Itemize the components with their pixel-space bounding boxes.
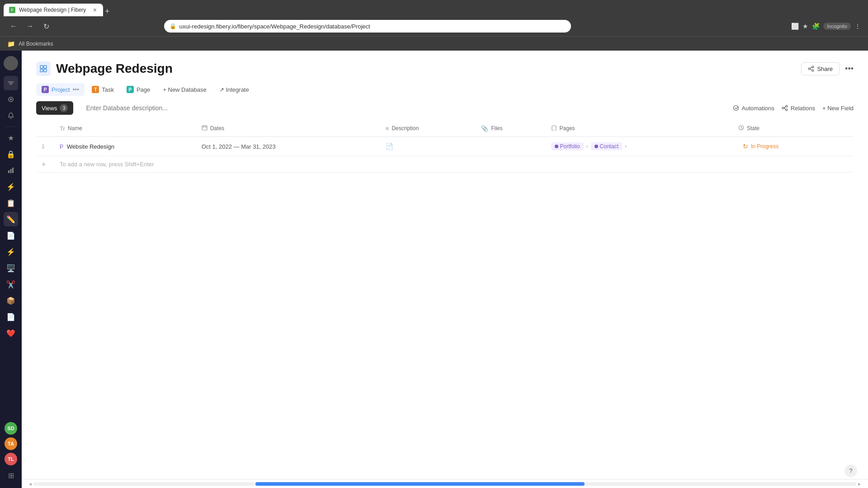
tab-close-button[interactable]: × xyxy=(92,5,98,14)
sidebar-item-chart[interactable] xyxy=(4,163,18,178)
menu-icon[interactable]: ⋮ xyxy=(854,23,861,30)
sidebar-item-doc[interactable]: 📄 xyxy=(4,310,18,324)
svg-point-17 xyxy=(786,109,788,111)
row-state-cell[interactable]: ↻ In Progress xyxy=(733,137,854,156)
sidebar-item-box[interactable]: 📦 xyxy=(4,293,18,308)
scroll-left-arrow[interactable]: ◂ xyxy=(29,481,32,487)
sidebar-item-scissors[interactable]: ✂️ xyxy=(4,277,18,291)
row-num-value: 1 xyxy=(42,143,45,150)
contact-chevron: › xyxy=(625,143,627,150)
sidebar-item-home[interactable] xyxy=(4,92,18,107)
portfolio-tag[interactable]: Portfolio xyxy=(551,142,584,150)
description-file-icon: 📄 xyxy=(386,143,393,150)
col-header-description[interactable]: ≡ Description xyxy=(380,120,476,137)
svg-rect-5 xyxy=(40,66,43,68)
bookmarks-label[interactable]: All Bookmarks xyxy=(19,41,53,47)
desc-col-icon: ≡ xyxy=(386,125,389,132)
state-col-label: State xyxy=(747,125,760,131)
name-col-label: Name xyxy=(68,125,82,131)
integrate-button[interactable]: ↗ Integrate xyxy=(214,84,255,96)
active-tab[interactable]: F Webpage Redesign | Fibery × xyxy=(4,4,103,16)
browser-nav-bar: ← → ↻ 🔒 uxui-redesign.fibery.io/fibery/s… xyxy=(0,16,868,36)
row-pages-cell[interactable]: Portfolio › Contact › xyxy=(546,137,733,156)
sidebar-item-lock[interactable]: 🔒 xyxy=(4,147,18,161)
state-badge[interactable]: ↻ In Progress xyxy=(738,141,783,151)
user-dot-sd[interactable]: SD xyxy=(5,422,17,435)
svg-rect-7 xyxy=(40,69,43,72)
extensions-icon[interactable]: 🧩 xyxy=(812,23,820,30)
add-row-hint: To add a new row, press Shift+Enter xyxy=(60,161,154,168)
integrate-label: ↗ Integrate xyxy=(219,86,249,93)
tabs-bar: P Project ••• T Task P Page + New Databa… xyxy=(22,83,868,96)
row-description-cell[interactable]: 📄 xyxy=(380,137,476,156)
sidebar-item-grid[interactable]: ⊞ xyxy=(4,468,18,483)
sidebar-item-heart[interactable]: ❤️ xyxy=(4,326,18,340)
user-avatar[interactable] xyxy=(4,56,18,70)
database-description-input[interactable] xyxy=(86,104,725,112)
svg-line-12 xyxy=(810,67,812,68)
toolbar: Views 3 Automations Relations + New Fiel… xyxy=(22,96,868,120)
views-button[interactable]: Views 3 xyxy=(36,101,73,115)
contact-tag[interactable]: Contact xyxy=(591,142,622,150)
app-layout: ★ 🔒 ⚡ 📋 ✏️ 📄 ⚡ 🖥️ ✂️ 📦 📄 ❤️ SD TA TL ⊞ xyxy=(0,51,868,488)
scrollbar-thumb[interactable] xyxy=(255,482,585,486)
sidebar-item-lightning[interactable]: ⚡ xyxy=(4,244,18,259)
user-dot-ta[interactable]: TA xyxy=(5,437,17,450)
svg-rect-2 xyxy=(8,170,9,173)
sidebar-item-notifications[interactable] xyxy=(4,108,18,123)
more-button[interactable]: ••• xyxy=(845,64,854,74)
scroll-right-arrow[interactable]: ▸ xyxy=(858,481,861,487)
add-row-plus-cell[interactable]: + xyxy=(36,156,54,173)
sidebar-item-monitor[interactable]: 🖥️ xyxy=(4,261,18,275)
sidebar-item-page[interactable]: 📄 xyxy=(4,228,18,243)
row-name-value: Website Redesign xyxy=(67,143,114,150)
svg-line-13 xyxy=(810,69,812,70)
tab-title: Webpage Redesign | Fibery xyxy=(19,7,89,13)
svg-rect-20 xyxy=(202,126,207,130)
help-button[interactable]: ? xyxy=(844,465,857,477)
new-tab-button[interactable]: + xyxy=(105,7,110,16)
tab-page[interactable]: P Page xyxy=(121,83,156,96)
svg-point-16 xyxy=(786,105,788,107)
sidebar-item-bolt[interactable]: ⚡ xyxy=(4,179,18,194)
col-header-name[interactable]: Tr Name xyxy=(54,120,196,137)
desc-col-label: Description xyxy=(392,125,419,131)
sidebar-item-edit[interactable]: ✏️ xyxy=(4,212,18,226)
bottom-bar: ◂ ▸ xyxy=(22,479,868,488)
views-label: Views xyxy=(42,105,57,112)
address-bar[interactable]: 🔒 uxui-redesign.fibery.io/fibery/space/W… xyxy=(164,20,571,33)
database-table: Tr Name Dates xyxy=(36,120,854,173)
views-count: 3 xyxy=(60,104,68,112)
relations-button[interactable]: Relations xyxy=(782,105,815,112)
forward-button[interactable]: → xyxy=(24,20,36,33)
dates-col-icon xyxy=(202,125,208,132)
share-button[interactable]: Share xyxy=(801,62,840,75)
col-header-state[interactable]: State xyxy=(733,120,854,137)
refresh-button[interactable]: ↻ xyxy=(40,20,52,33)
col-header-pages[interactable]: Pages xyxy=(546,120,733,137)
project-tab-more[interactable]: ••• xyxy=(72,86,79,93)
col-header-files[interactable]: 📎 Files xyxy=(476,120,545,137)
sidebar-item-clipboard[interactable]: 📋 xyxy=(4,196,18,210)
row-name-cell[interactable]: P Website Redesign xyxy=(54,137,196,156)
page-title: Webpage Redesign xyxy=(56,61,173,76)
table-row: 1 P Website Redesign Oct 1, 2022 — Mar 3… xyxy=(36,137,854,156)
user-dot-tl[interactable]: TL xyxy=(5,453,17,465)
row-dates-cell[interactable]: Oct 1, 2022 — Mar 31, 2023 xyxy=(196,137,380,156)
row-files-cell[interactable] xyxy=(476,137,545,156)
horizontal-scrollbar[interactable] xyxy=(33,482,856,486)
col-header-dates[interactable]: Dates xyxy=(196,120,380,137)
cast-icon[interactable]: ⬜ xyxy=(791,23,799,30)
sidebar-item-search[interactable] xyxy=(4,76,18,90)
bookmark-star-icon[interactable]: ★ xyxy=(802,23,808,30)
sidebar-item-star[interactable]: ★ xyxy=(4,131,18,145)
new-field-button[interactable]: + New Field xyxy=(822,105,854,112)
sidebar-divider xyxy=(5,127,16,127)
tab-project[interactable]: P Project ••• xyxy=(36,83,85,96)
svg-point-9 xyxy=(812,66,814,68)
new-database-button[interactable]: + New Database xyxy=(157,84,212,96)
automations-button[interactable]: Automations xyxy=(733,105,774,112)
back-button[interactable]: ← xyxy=(7,20,20,33)
tab-task[interactable]: T Task xyxy=(86,83,119,96)
bookmarks-bar: 📁 All Bookmarks xyxy=(0,36,868,51)
